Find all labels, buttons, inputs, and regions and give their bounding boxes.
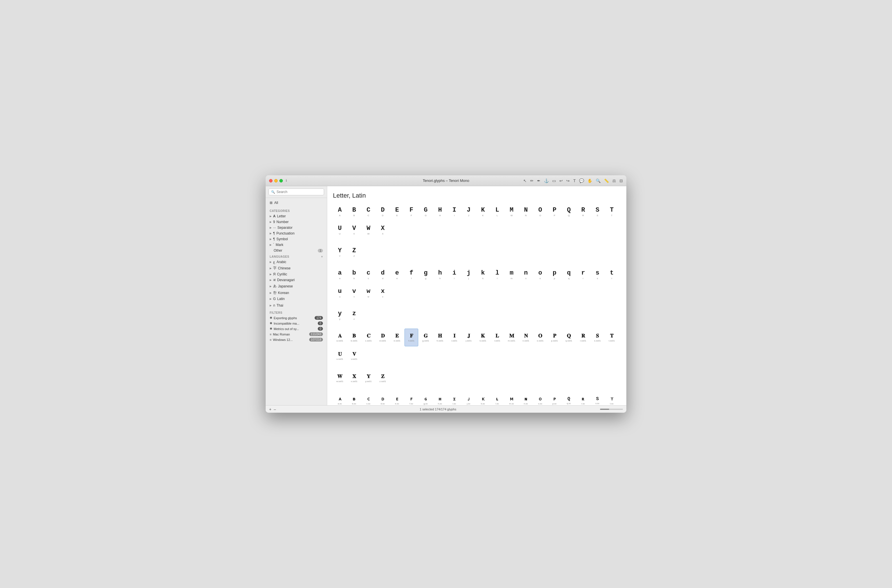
glyph-cell[interactable]: BB	[347, 203, 361, 220]
maximize-button[interactable]	[280, 179, 283, 183]
glyph-cell[interactable]: ɪi.sc	[447, 392, 461, 405]
glyph-cell[interactable]: ᴇe.sc	[390, 392, 404, 405]
glyph-cell[interactable]: DD	[376, 203, 390, 220]
glyph-cell[interactable]: ᴄc.sc	[361, 392, 375, 405]
glyph-cell[interactable]: aa	[333, 266, 347, 284]
glyph-cell[interactable]: 𝐒s.ss01	[591, 328, 604, 346]
sidebar-item-japanese[interactable]: ▶ あ Japanese	[266, 283, 327, 290]
ruler-tool[interactable]: 📏	[604, 178, 609, 183]
sidebar-item-devanagari[interactable]: ▶ अ Devanagari	[266, 277, 327, 283]
sidebar-item-chinese[interactable]: ▶ 字 Chinese	[266, 265, 327, 272]
sidebar-item-all[interactable]: ⊞ All	[266, 200, 327, 206]
glyph-cell[interactable]: CC	[361, 203, 375, 220]
glyph-cell[interactable]: ᴋk.sc	[476, 392, 490, 405]
glyph-cell[interactable]: ʀr.sc	[576, 392, 590, 405]
filter-mac-roman[interactable]: ≡ Mac Roman 111/243	[266, 332, 327, 337]
glyph-cell[interactable]: JJ	[462, 203, 475, 220]
glyph-cell[interactable]: II	[447, 203, 461, 220]
glyph-cell[interactable]: nn	[519, 266, 533, 284]
glyph-cell[interactable]: OO	[533, 203, 547, 220]
glyph-cell[interactable]: KK	[476, 203, 490, 220]
glyph-cell[interactable]: pp	[548, 266, 561, 284]
glyph-cell[interactable]: MM	[505, 203, 518, 220]
glyph-cell[interactable]: ʙb.sc	[347, 392, 361, 405]
sidebar-item-mark[interactable]: ▶ ´ Mark	[266, 242, 327, 248]
glyph-cell[interactable]: 𝐉j.ss01	[462, 328, 475, 346]
sidebar-item-letter[interactable]: ▶ A Letter	[266, 213, 327, 219]
glyph-cell[interactable]: 𝐃d.ss01	[376, 328, 390, 346]
undo-tool[interactable]: ↩	[560, 178, 563, 183]
glyph-cell[interactable]: FF	[405, 203, 418, 220]
glyph-cell[interactable]: ɴn.sc	[519, 392, 533, 405]
search-input[interactable]	[277, 190, 322, 194]
info-icon[interactable]: ℹ	[286, 179, 287, 183]
glyph-cell[interactable]: 𝐀a.ss01	[333, 328, 347, 346]
glyph-cell[interactable]: bb	[347, 266, 361, 284]
glyph-cell[interactable]: ᴅd.sc	[376, 392, 390, 405]
glyph-cell[interactable]: SS	[591, 203, 604, 220]
glyph-cell[interactable]: QQ	[562, 203, 576, 220]
rect-tool[interactable]: ▭	[552, 178, 556, 183]
glyph-cell[interactable]: YY	[333, 243, 347, 261]
sidebar-item-separator[interactable]: ▶ ··· Separator	[266, 225, 327, 231]
glyph-cell[interactable]: RR	[576, 203, 590, 220]
glyph-cell[interactable]: ʜh.sc	[433, 392, 447, 405]
text-tool[interactable]: T	[573, 178, 576, 183]
glyph-cell[interactable]: GG	[419, 203, 433, 220]
filter-windows[interactable]: ≡ Windows 12... 107/218	[266, 337, 327, 342]
glyph-cell[interactable]: 𝐙z.ss01	[376, 369, 390, 387]
glyph-cell[interactable]: 𝐌m.ss01	[505, 328, 518, 346]
glyph-cell[interactable]: 𝐖w.ss01	[333, 369, 347, 387]
glyph-cell[interactable]: ee	[390, 266, 404, 284]
glyph-cell[interactable]: 𝐋l.ss01	[490, 328, 504, 346]
glyph-cell[interactable]: 𝐑r.ss01	[576, 328, 590, 346]
glyph-cell[interactable]: 𝐁b.ss01	[347, 328, 361, 346]
glyph-cell[interactable]: ᴍm.sc	[505, 392, 518, 405]
glyph-cell[interactable]: ll	[490, 266, 504, 284]
glyph-cell[interactable]: 𝐈i.ss01	[447, 328, 461, 346]
glyph-cell[interactable]: yy	[333, 306, 347, 324]
glyph-cell[interactable]: xx	[376, 284, 390, 302]
sidebar-item-cyrillic[interactable]: ▶ Я Cyrillic	[266, 272, 327, 277]
glyph-cell[interactable]: 𝐔u.ss01	[333, 347, 347, 364]
glyph-cell[interactable]: HH	[433, 203, 447, 220]
glyph-cell[interactable]: ww	[361, 284, 375, 302]
glyph-cell[interactable]: ᴊj.sc	[462, 392, 475, 405]
glyph-cell[interactable]: 𝐄e.ss01	[390, 328, 404, 346]
pencil-tool[interactable]: ✒	[537, 178, 540, 183]
glyph-cell[interactable]: ᴛt.sc	[605, 392, 618, 405]
glyph-cell[interactable]: 𝐎o.ss01	[533, 328, 547, 346]
pointer-tool[interactable]: ↖	[523, 178, 527, 183]
glyph-cell[interactable]: ꜰf.sc	[405, 392, 418, 405]
sidebar-item-symbol[interactable]: ▶ ¶ Symbol	[266, 236, 327, 242]
glyph-cell[interactable]: 𝐕v.ss01	[347, 347, 361, 364]
close-button[interactable]	[269, 179, 272, 183]
glyph-cell[interactable]: PP	[548, 203, 561, 220]
glyph-cell[interactable]: hh	[433, 266, 447, 284]
glyph-cell[interactable]: tt	[605, 266, 618, 284]
glyph-cell[interactable]: ff	[405, 266, 418, 284]
glyph-cell[interactable]: WW	[361, 221, 375, 239]
glyph-cell[interactable]: ZZ	[347, 243, 361, 261]
glyph-cell[interactable]: 𝐍n.ss01	[519, 328, 533, 346]
glyph-cell-selected[interactable]: 𝐅f.ss01	[405, 328, 418, 346]
filter-exporting[interactable]: ✱ Exporting glyphs 174	[266, 315, 327, 321]
glyph-cell[interactable]: mm	[505, 266, 518, 284]
glyph-cell[interactable]: ɢg.sc	[419, 392, 433, 405]
hand-tool[interactable]: ✋	[587, 178, 592, 183]
zoom-tool[interactable]: 🔍	[596, 178, 600, 183]
comment-tool[interactable]: 💬	[579, 178, 584, 183]
glyph-cell[interactable]: UU	[333, 221, 347, 239]
glyph-cell[interactable]: oo	[533, 266, 547, 284]
glyph-cell[interactable]: ʟl.sc	[490, 392, 504, 405]
sidebar-item-korean[interactable]: ▶ 한 Korean	[266, 290, 327, 296]
glyph-cell[interactable]: 𝐐q.ss01	[562, 328, 576, 346]
glyph-cell[interactable]: TT	[605, 203, 618, 220]
glyph-cell[interactable]: ᴏo.sc	[533, 392, 547, 405]
glyph-cell[interactable]: AA	[333, 203, 347, 220]
glyph-cell[interactable]: 𝐆g.ss01	[419, 328, 433, 346]
glyph-cell[interactable]: uu	[333, 284, 347, 302]
sidebar-item-other[interactable]: Other 1	[266, 248, 327, 254]
glyph-cell[interactable]: dd	[376, 266, 390, 284]
sidebar-item-latin[interactable]: ▶ G Latin	[266, 296, 327, 302]
